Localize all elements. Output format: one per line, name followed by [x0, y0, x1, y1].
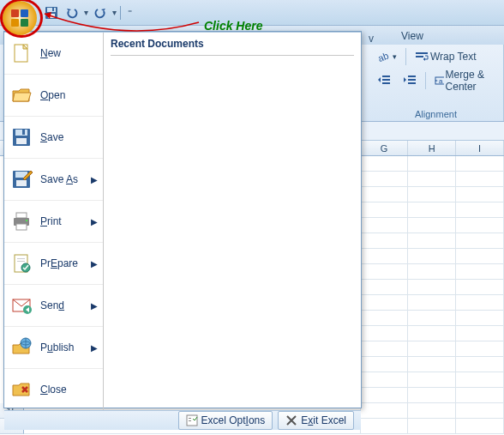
menu-item-publish[interactable]: Publish ▶: [4, 326, 103, 365]
svg-rect-14: [382, 82, 390, 84]
group-label-alignment: Alignment: [374, 107, 498, 121]
menu-label: Save As: [40, 173, 78, 185]
svg-rect-22: [15, 130, 27, 136]
svg-rect-33: [17, 258, 25, 259]
svg-rect-5: [11, 9, 19, 17]
submenu-arrow-icon: ▶: [91, 217, 98, 227]
exit-excel-button[interactable]: Exit Excel: [278, 411, 354, 430]
tab-partial: v: [369, 33, 389, 45]
increase-indent-button[interactable]: [399, 72, 420, 89]
svg-rect-40: [189, 418, 191, 419]
svg-rect-15: [408, 76, 416, 77]
submenu-arrow-icon: ▶: [91, 175, 98, 184]
menu-item-send[interactable]: Send ▶: [4, 284, 103, 323]
svg-rect-30: [16, 224, 27, 230]
floppy-disk-icon: [45, 6, 58, 20]
office-menu: New Open Save Save As ▶: [3, 31, 362, 408]
merge-center-icon: a: [435, 74, 444, 88]
redo-dropdown-icon[interactable]: ▾: [112, 8, 117, 17]
cell[interactable]: [361, 419, 409, 434]
save-icon: [9, 125, 33, 149]
cell[interactable]: [408, 419, 456, 434]
svg-rect-6: [21, 9, 28, 17]
quick-access-toolbar: ▾ ▾ ⁼: [43, 0, 135, 25]
redo-icon: [93, 6, 107, 20]
merge-center-button[interactable]: a Merge & Center: [431, 67, 498, 94]
wrap-text-icon: [415, 50, 429, 63]
tab-view[interactable]: View: [389, 27, 435, 45]
svg-text:ab: ab: [377, 51, 390, 63]
svg-rect-23: [16, 138, 27, 144]
svg-rect-1: [47, 8, 56, 12]
svg-rect-27: [16, 180, 27, 186]
decrease-indent-button[interactable]: [374, 72, 394, 89]
cell[interactable]: [456, 156, 504, 172]
submenu-arrow-icon: ▶: [91, 259, 98, 269]
excel-options-button[interactable]: Excel OptIons: [178, 411, 273, 430]
menu-item-prepare[interactable]: PrEpare ▶: [4, 242, 103, 281]
svg-rect-3: [52, 8, 54, 11]
office-button[interactable]: [2, 0, 38, 36]
svg-rect-11: [416, 56, 423, 57]
svg-rect-34: [17, 261, 25, 262]
print-icon: [9, 209, 33, 233]
menu-label: New: [40, 47, 61, 59]
cell[interactable]: [408, 156, 456, 172]
qat-save-button[interactable]: [43, 4, 60, 21]
close-file-icon: [9, 378, 33, 402]
svg-rect-8: [21, 19, 28, 27]
svg-rect-13: [382, 79, 390, 81]
decrease-indent-icon: [377, 74, 391, 88]
menu-item-save[interactable]: Save: [4, 116, 103, 154]
svg-point-4: [3, 1, 37, 35]
cell[interactable]: [456, 403, 504, 419]
svg-rect-24: [22, 130, 25, 135]
menu-label: Open: [40, 89, 65, 101]
options-icon: [186, 414, 198, 426]
menu-label: Close: [40, 384, 67, 396]
recent-documents-pane: Recent Documents: [104, 33, 361, 410]
exit-icon: [285, 414, 297, 426]
cell[interactable]: [361, 156, 409, 172]
svg-rect-16: [408, 79, 416, 81]
office-menu-items: New Open Save Save As ▶: [4, 33, 104, 410]
cell[interactable]: [361, 403, 409, 419]
menu-item-save-as[interactable]: Save As ▶: [4, 158, 103, 196]
svg-rect-17: [408, 82, 416, 84]
menu-item-open[interactable]: Open: [4, 74, 103, 112]
increase-indent-icon: [403, 74, 417, 88]
svg-rect-12: [382, 76, 390, 77]
undo-icon: [65, 6, 79, 20]
prepare-icon: [9, 251, 33, 275]
menu-item-new[interactable]: New: [4, 36, 103, 70]
orientation-icon: ab: [377, 50, 391, 63]
svg-rect-7: [11, 19, 19, 27]
title-bar: ▾ ▾ ⁼: [0, 0, 504, 26]
wrap-text-button[interactable]: Wrap Text: [411, 48, 480, 65]
menu-item-close[interactable]: Close: [4, 368, 103, 407]
col-header[interactable]: G: [361, 141, 409, 155]
submenu-arrow-icon: ▶: [91, 301, 98, 311]
cell[interactable]: [408, 403, 456, 419]
qat-customize-dropdown[interactable]: ⁼: [124, 8, 135, 17]
menu-item-print[interactable]: Print ▶: [4, 200, 103, 239]
submenu-arrow-icon: ▶: [91, 343, 98, 353]
menu-label: PrEpare: [40, 257, 78, 269]
office-menu-footer: Excel OptIons Exit Excel: [4, 410, 361, 430]
orientation-button[interactable]: ab ▾: [374, 48, 400, 65]
publish-icon: [9, 335, 33, 359]
svg-text:a: a: [439, 77, 443, 85]
recent-documents-header: Recent Documents: [111, 36, 354, 56]
undo-dropdown-icon[interactable]: ▾: [84, 8, 88, 17]
svg-rect-39: [187, 415, 197, 426]
menu-label: Print: [40, 215, 62, 227]
qat-undo-button[interactable]: [63, 4, 81, 21]
new-file-icon: [9, 41, 33, 65]
qat-redo-button[interactable]: [92, 4, 109, 21]
cell[interactable]: [456, 419, 504, 434]
office-logo-icon: [2, 0, 38, 36]
col-header[interactable]: I: [456, 141, 504, 155]
col-header[interactable]: H: [408, 141, 456, 155]
menu-label: Send: [40, 299, 64, 311]
qat-separator: [120, 6, 121, 20]
